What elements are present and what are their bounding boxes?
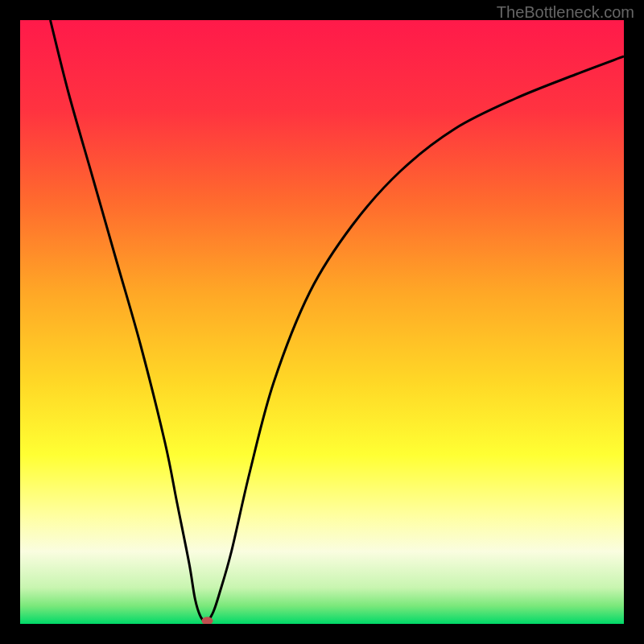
plot-area [20,20,624,624]
chart-frame [20,20,624,624]
curve-layer [20,20,624,624]
bottleneck-curve [51,20,625,621]
watermark-text: TheBottleneck.com [497,3,634,22]
